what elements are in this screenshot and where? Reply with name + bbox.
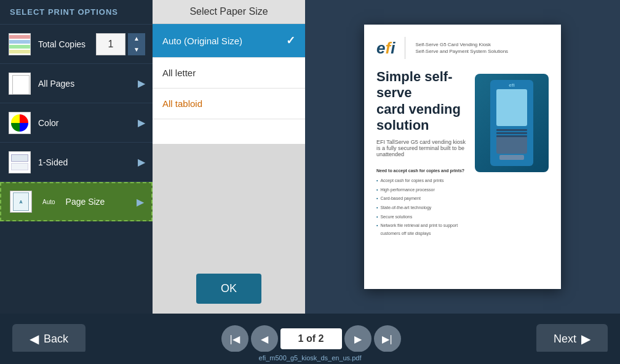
next-label: Next: [554, 333, 576, 346]
bullet-1-text: Accept cash for copies and prints: [380, 177, 443, 185]
sided-row[interactable]: 1-Sided ▶: [0, 143, 153, 182]
left-panel: SELECT PRINT OPTIONS Total Copies 1 ▲ ▼: [0, 0, 153, 314]
color-icon: [7, 111, 32, 135]
prev-page-icon: ◀: [261, 333, 268, 345]
bullet-6: •Network file retrieval and print to sup…: [376, 222, 467, 237]
prev-page-button[interactable]: ◀: [251, 325, 278, 352]
bullet-2: •High performance processor: [376, 186, 467, 194]
preview-logo-area: efi Self-Serve G5 Card Vending Kiosk Sel…: [376, 37, 549, 59]
all-pages-row[interactable]: All Pages ▶: [0, 64, 153, 103]
copies-label: Total Copies: [38, 39, 85, 49]
last-page-icon: ▶|: [382, 333, 392, 345]
sided-content: 1-Sided: [38, 157, 133, 167]
paper-size-auto[interactable]: Auto (Original Size) ✓: [153, 24, 305, 58]
last-page-button[interactable]: ▶|: [374, 325, 401, 352]
sided-label: 1-Sided: [38, 157, 133, 167]
bullet-5: •Secure solutions: [376, 213, 467, 221]
pages-arrow-icon: ▶: [138, 77, 145, 89]
page-size-label: Page Size: [66, 197, 105, 207]
pages-label: All Pages: [38, 79, 133, 89]
paper-size-tabloid[interactable]: All tabloid: [153, 89, 305, 119]
preview-title: Simple self-servecard vending solution: [376, 69, 467, 134]
next-page-button[interactable]: ▶: [344, 325, 372, 352]
efi-logo: efi: [376, 39, 395, 58]
copies-icon: [7, 32, 32, 57]
logo-subtitle-line1: Self-Serve G5 Card Vending Kiosk: [415, 41, 508, 48]
bullet-3-text: Card-based payment: [380, 195, 420, 203]
bullet-6-text: Network file retrieval and print to supp…: [380, 222, 467, 237]
color-row[interactable]: Color ▶: [0, 103, 153, 143]
bullets-header: Need to accept cash for copies and print…: [376, 167, 467, 175]
color-label: Color: [38, 118, 133, 128]
copies-down-btn[interactable]: ▼: [128, 44, 145, 55]
copies-spinners: ▲ ▼: [128, 33, 145, 55]
paper-size-panel: Select Paper Size Auto (Original Size) ✓…: [153, 0, 305, 314]
paper-size-header: Select Paper Size: [153, 0, 305, 24]
bullet-1: •Accept cash for copies and prints: [376, 177, 467, 185]
bullet-2-text: High performance processor: [380, 186, 434, 194]
pages-icon: [7, 71, 32, 96]
filename-text: efi_m500_g5_kiosk_ds_en_us.pdf: [259, 354, 362, 362]
preview-bullets: Need to accept cash for copies and print…: [376, 167, 467, 238]
logo-subtitle: Self-Serve G5 Card Vending Kiosk Self-Se…: [415, 41, 508, 55]
ok-button[interactable]: OK: [196, 274, 261, 304]
kiosk-image: efi: [475, 69, 549, 239]
preview-page: efi Self-Serve G5 Card Vending Kiosk Sel…: [364, 25, 561, 289]
page-size-arrow-icon: ▶: [137, 196, 144, 208]
next-arrow-icon: ▶: [581, 331, 590, 346]
ok-area: OK: [153, 264, 305, 314]
page-size-row[interactable]: A Auto Page Size ▶: [0, 182, 153, 221]
copies-value[interactable]: 1: [96, 33, 125, 55]
back-button[interactable]: ◀ Back: [12, 324, 85, 354]
total-copies-row[interactable]: Total Copies 1 ▲ ▼: [0, 25, 153, 64]
copies-input-area: Total Copies 1 ▲ ▼: [38, 33, 145, 55]
paper-size-tabloid-label: All tabloid: [162, 98, 202, 109]
next-page-icon: ▶: [354, 333, 362, 345]
bullet-4: •State-of-the-art technology: [376, 204, 467, 212]
filename-bar: efi_m500_g5_kiosk_ds_en_us.pdf: [0, 352, 620, 364]
paper-size-list: Auto (Original Size) ✓ All letter All ta…: [153, 24, 305, 144]
paper-size-auto-label: Auto (Original Size): [162, 36, 242, 46]
page-size-tag: Auto: [39, 197, 58, 207]
paper-size-letter-label: All letter: [162, 68, 196, 78]
paper-size-letter[interactable]: All letter: [153, 58, 305, 89]
checkmark-icon: ✓: [286, 34, 295, 47]
preview-panel: efi Self-Serve G5 Card Vending Kiosk Sel…: [305, 0, 620, 314]
page-indicator: 1 of 2: [280, 328, 342, 349]
efi-logo-text: efi: [376, 39, 395, 58]
back-label: Back: [44, 333, 68, 346]
logo-subtitle-line2: Self-Serve and Payment System Solutions: [415, 48, 508, 55]
sided-icon: [7, 150, 32, 175]
next-button[interactable]: Next ▶: [536, 324, 608, 354]
sided-arrow-icon: ▶: [138, 156, 145, 168]
pages-content: All Pages: [38, 79, 133, 89]
bullet-3: •Card-based payment: [376, 195, 467, 203]
copies-up-btn[interactable]: ▲: [128, 33, 145, 44]
logo-divider: [405, 37, 405, 59]
color-arrow-icon: ▶: [138, 117, 145, 129]
color-content: Color: [38, 118, 133, 128]
left-panel-header: SELECT PRINT OPTIONS: [0, 0, 153, 25]
preview-subtitle: EFI TallServe G5 card vending kiosk is a…: [376, 139, 467, 157]
first-page-icon: |◀: [229, 333, 239, 345]
back-arrow-icon: ◀: [30, 331, 39, 346]
preview-content: efi Self-Serve G5 Card Vending Kiosk Sel…: [364, 25, 561, 289]
page-size-content: Auto Page Size: [39, 197, 132, 207]
page-size-icon: A: [9, 189, 33, 214]
first-page-button[interactable]: |◀: [221, 325, 248, 352]
bullet-4-text: State-of-the-art technology: [380, 204, 431, 212]
page-controls: |◀ ◀ 1 of 2 ▶ ▶|: [221, 325, 401, 352]
bullet-5-text: Secure solutions: [380, 213, 412, 221]
